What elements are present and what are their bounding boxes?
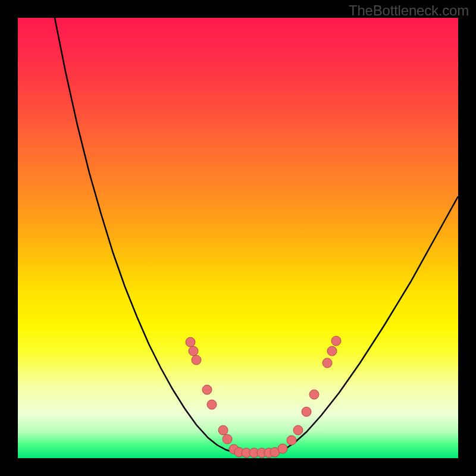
- highlight-dot: [202, 385, 212, 394]
- highlight-dot: [293, 425, 303, 435]
- curve-path: [55, 18, 458, 453]
- highlight-dot: [189, 346, 198, 356]
- highlight-dot: [322, 358, 332, 368]
- highlight-dot: [302, 407, 311, 416]
- brand-watermark: TheBottleneck.com: [349, 2, 469, 19]
- highlight-dot: [287, 436, 296, 445]
- plot-area: [18, 18, 458, 458]
- highlight-dot: [278, 444, 287, 453]
- bottleneck-curve-svg: [18, 18, 458, 458]
- highlight-dot: [207, 400, 217, 409]
- highlight-dot: [223, 434, 232, 444]
- highlight-dot: [331, 336, 341, 346]
- highlight-dot: [327, 346, 337, 356]
- highlight-dot: [309, 390, 319, 399]
- highlight-dot: [186, 337, 195, 347]
- outer-frame: TheBottleneck.com: [0, 0, 476, 476]
- highlight-dot: [192, 355, 201, 365]
- highlight-dot: [218, 425, 228, 435]
